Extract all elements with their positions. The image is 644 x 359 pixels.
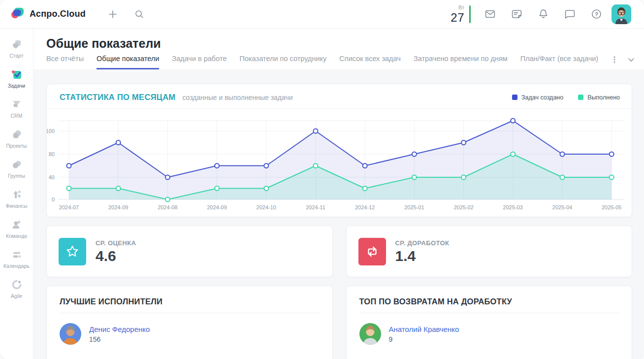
tab-plan-fact[interactable]: План/Факт (все задачи) [520,55,598,69]
svg-text:0: 0 [52,196,55,202]
performer-count: 9 [389,335,459,343]
help-icon: ? [591,8,602,20]
search-button[interactable] [131,6,148,23]
chart-header: СТАТИСТИКА ПО МЕСЯЦАМ созданные и выполн… [47,84,632,109]
sidebar-item-label: Задачи [8,83,25,89]
list-row: ЛУЧШИЕ ИСПОЛНИТЕЛИ Денис Федоренко [46,286,632,359]
stat-label: СР. ОЦЕНКА [96,239,136,247]
monthly-stats-card: СТАТИСТИКА ПО МЕСЯЦАМ созданные и выполн… [46,84,632,217]
tab-tasks-in-progress[interactable]: Задачи в работе [172,55,226,69]
repeat-icon [358,238,386,265]
svg-text:2024-09: 2024-09 [207,204,226,210]
performer-row[interactable]: Анатолий Кравченко 9 [359,323,619,345]
mail-button[interactable] [477,4,503,24]
date-weekday: Вт [458,5,464,10]
list-card-title: ЛУЧШИЕ ИСПОЛНИТЕЛИ [60,297,320,306]
chart-title: СТАТИСТИКА ПО МЕСЯЦАМ [60,93,175,102]
chat-button[interactable] [556,4,583,24]
sidebar-item-calendar[interactable]: Календарь [0,244,33,274]
stat-row: СР. ОЦЕНКА 4.6 СР. ДОРАБОТОК [46,226,632,277]
crm-icon [11,98,23,110]
date-day: 27 [451,12,464,24]
sidebar-item-label: Проекты [6,143,27,149]
app-window: Аспро.Cloud Вт 27 [0,0,644,359]
bell-icon [538,8,549,20]
stat-value: 4.6 [96,249,136,263]
help-button[interactable]: ? [583,4,610,24]
content: СТАТИСТИКА ПО МЕСЯЦАМ созданные и выполн… [33,69,644,359]
app-logo[interactable]: Аспро.Cloud [11,7,86,22]
date-accent-bar [469,5,471,23]
page-head: Общие показатели Все отчёты Общие показа… [33,29,644,69]
tab-all-tasks-list[interactable]: Список всех задач [339,55,401,69]
performer-count: 156 [89,335,150,343]
avg-rework-card: СР. ДОРАБОТОК 1.4 [346,226,633,277]
svg-text:2024-11: 2024-11 [306,204,325,210]
performer-name[interactable]: Денис Федоренко [89,325,150,333]
svg-text:2025-02: 2025-02 [453,204,473,210]
kebab-menu-icon[interactable] [611,56,618,64]
legend-label: Выполнено [587,94,620,101]
sidebar-item-crm[interactable]: CRM [0,94,33,124]
sidebar-item-finance[interactable]: Финансы [0,184,33,214]
search-icon [134,9,144,19]
team-icon [11,219,23,230]
svg-text:40: 40 [49,174,55,180]
svg-text:2024-12: 2024-12 [355,204,375,210]
chevron-down-icon[interactable] [628,58,635,62]
sidebar-item-team[interactable]: Команда [0,214,33,244]
tab-by-employee[interactable]: Показатели по сотруднику [239,55,326,69]
svg-text:?: ? [594,11,598,17]
tab-all-reports[interactable]: Все отчёты [46,55,84,69]
tab-time-by-day[interactable]: Затрачено времени по дням [414,55,508,69]
notes-button[interactable] [503,4,530,24]
sidebar-item-start[interactable]: Старт [0,33,33,64]
legend-item-done[interactable]: Выполнено [578,94,620,101]
tab-general-indicators[interactable]: Общие показатели [97,55,159,69]
notifications-button[interactable] [530,4,556,24]
divider [60,313,320,313]
tasks-icon [11,68,23,80]
sidebar-item-tasks[interactable]: Задачи [0,64,33,94]
avatar [359,323,381,345]
legend-swatch-created [512,95,517,100]
mail-icon [484,8,496,20]
sidebar: Старт Задачи CRM Проекты [0,29,33,359]
sidebar-item-label: Календарь [3,263,30,269]
agile-icon [11,279,23,291]
plus-icon [108,9,118,19]
main-area: Общие показатели Все отчёты Общие показа… [33,29,644,359]
add-button[interactable] [104,6,121,23]
star-icon [59,238,86,265]
best-performers-card: ЛУЧШИЕ ИСПОЛНИТЕЛИ Денис Федоренко [46,286,333,359]
stat-value: 1.4 [395,249,450,263]
user-avatar[interactable] [612,4,631,24]
sidebar-item-label: Финансы [5,203,27,209]
svg-text:80: 80 [49,151,55,157]
sidebar-item-groups[interactable]: Группы [0,154,33,184]
svg-text:2024-09: 2024-09 [108,204,128,210]
calendar-icon [11,249,23,261]
sidebar-item-label: Группы [8,173,25,179]
sidebar-item-label: Команда [6,233,27,239]
app-name: Аспро.Cloud [30,9,86,19]
avg-score-card: СР. ОЦЕНКА 4.6 [46,226,333,277]
sidebar-item-agile[interactable]: Agile [0,274,33,304]
svg-text:2024-10: 2024-10 [257,204,276,210]
svg-text:2024-07: 2024-07 [59,204,79,210]
svg-text:100: 100 [47,128,55,134]
avatar [60,323,81,345]
performer-row[interactable]: Денис Федоренко 156 [60,323,320,345]
chat-icon [564,8,576,20]
sidebar-item-label: Agile [11,293,22,299]
top-bar: Аспро.Cloud Вт 27 [0,0,644,29]
stat-label: СР. ДОРАБОТОК [395,239,450,247]
calendar-date-widget[interactable]: Вт 27 [451,5,464,24]
svg-text:2025-01: 2025-01 [404,204,424,210]
logo-mark-icon [11,7,25,22]
svg-text:2024-08: 2024-08 [158,204,177,210]
projects-icon [11,129,23,140]
sidebar-item-projects[interactable]: Проекты [0,124,33,154]
legend-item-created[interactable]: Задач создано [512,94,563,101]
performer-name[interactable]: Анатолий Кравченко [389,325,459,333]
